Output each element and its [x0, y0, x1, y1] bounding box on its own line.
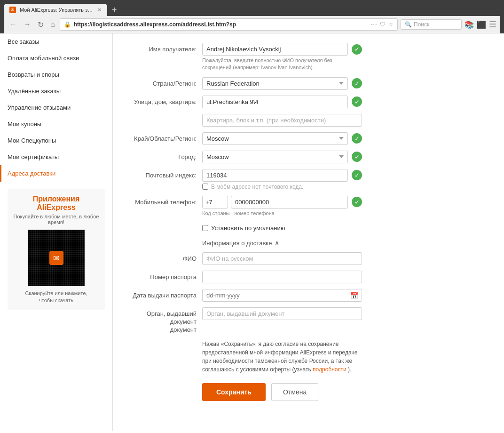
phone-row: Мобильный телефон: ✓ Код страны - номер … [127, 196, 490, 217]
default-checkbox-label: Установить по умолчанию [211, 225, 285, 232]
tab-close-button[interactable]: ✕ [97, 7, 102, 13]
passport-org-control [202, 307, 362, 320]
region-row: Край/Область/Регион: Moscow ✓ [127, 132, 490, 145]
name-ru-control [202, 252, 362, 265]
recipient-label: Имя получателя: [127, 43, 202, 53]
delivery-section-toggle[interactable]: Информация о доставке ∧ [202, 239, 490, 247]
phone-control: ✓ Код страны - номер телефона [202, 196, 362, 217]
sidebar-item-addresses[interactable]: Адреса доставки [0, 165, 112, 182]
recipient-input[interactable] [202, 43, 348, 56]
zip-input-row: ✓ [202, 169, 362, 182]
sidebar-promo: Приложения AliExpress Покупайте в любом … [8, 189, 105, 310]
passport-org-input[interactable] [202, 307, 362, 320]
apt-input[interactable] [202, 114, 362, 127]
city-select[interactable]: Moscow [202, 151, 348, 163]
search-placeholder: Поиск [414, 21, 429, 28]
country-row: Страна/Регион: Russian Federation ✓ [127, 77, 490, 90]
phone-label: Мобильный телефон: [127, 196, 202, 206]
phone-valid-icon: ✓ [352, 197, 362, 207]
home-button[interactable]: ⌂ [48, 19, 57, 30]
city-valid-icon: ✓ [352, 152, 362, 162]
url-domain: aliexpress.com [140, 21, 181, 28]
main-content: Имя получателя: ✓ Пожалуйста, введите по… [113, 33, 504, 431]
no-zip-checkbox[interactable] [202, 184, 208, 190]
date-input-wrap: 📅 [202, 289, 362, 302]
passport-input[interactable] [202, 271, 362, 283]
sidebar-item-certificates[interactable]: Мои сертификаты [0, 149, 112, 165]
tab-bar: Мой AliExpress: Управлять зак... ✕ + [4, 4, 500, 16]
consent-link[interactable]: подробности [313, 366, 346, 373]
sidebar-item-all-orders[interactable]: Все заказы [0, 33, 112, 50]
default-control: Установить по умолчанию [202, 223, 362, 232]
sidebar-item-reviews[interactable]: Управление отзывами [0, 99, 112, 116]
sidebar-item-special-coupons[interactable]: Мои Спецкупоны [0, 132, 112, 149]
search-icon: 🔍 [405, 21, 412, 28]
app-layout: Все заказы Оплата мобильной связи Возвра… [0, 33, 504, 431]
button-row: Сохранить Отмена [202, 383, 490, 401]
name-ru-label: ФИО [127, 252, 202, 262]
save-button[interactable]: Сохранить [202, 383, 266, 401]
more-icon[interactable]: ··· [371, 20, 377, 29]
forward-button[interactable]: → [22, 19, 33, 30]
url-display: https://ilogisticsaddress.aliexpress.com… [74, 21, 368, 28]
url-prefix: https://ilogisticsaddress. [74, 21, 140, 28]
passport-label: Номер паспорта [127, 271, 202, 281]
sidebar-item-coupons[interactable]: Мои купоны [0, 116, 112, 132]
lock-icon: 🔒 [64, 21, 71, 28]
search-bar[interactable]: 🔍 Поиск [401, 19, 462, 30]
street-row: Улица, дом, квартира: ✓ [127, 96, 490, 108]
sidebar-item-deleted[interactable]: Удалённые заказы [0, 83, 112, 99]
city-label: Город: [127, 151, 202, 160]
name-ru-row: ФИО [127, 252, 490, 265]
passport-org-label: Орган, выдавший документ документ [127, 307, 202, 334]
default-row: Установить по умолчанию [127, 223, 490, 232]
passport-date-input[interactable] [202, 289, 362, 302]
sidebar-item-returns[interactable]: Возвраты и споры [0, 66, 112, 83]
new-tab-button[interactable]: + [109, 5, 120, 15]
recipient-row: Имя получателя: ✓ Пожалуйста, введите по… [127, 43, 490, 72]
street-input[interactable] [202, 96, 348, 108]
star-icon[interactable]: ☆ [388, 21, 394, 28]
chevron-up-icon: ∧ [275, 239, 279, 247]
tab-title: Мой AliExpress: Управлять зак... [20, 7, 94, 13]
region-select[interactable]: Moscow [202, 132, 348, 145]
bookmarks-icon[interactable]: 📚 [465, 20, 474, 29]
region-control: Moscow ✓ [202, 132, 362, 145]
back-button[interactable]: ← [8, 19, 19, 30]
sidebar-item-mobile-pay[interactable]: Оплата мобильной связи [0, 50, 112, 66]
city-row: Город: Moscow ✓ [127, 151, 490, 163]
zip-row: Почтовый индекс: ✓ В моём адресе нет поч… [127, 169, 490, 190]
street-input-row: ✓ [202, 96, 362, 108]
active-tab[interactable]: Мой AliExpress: Управлять зак... ✕ [4, 4, 107, 16]
phone-number-input[interactable] [231, 196, 348, 208]
street-control: ✓ [202, 96, 362, 108]
phone-hint: Код страны - номер телефона [202, 210, 362, 217]
phone-input-row: ✓ [202, 196, 362, 208]
country-label: Страна/Регион: [127, 77, 202, 87]
zip-label: Почтовый индекс: [127, 169, 202, 179]
apt-row [127, 114, 490, 127]
sidebar-toggle-icon[interactable]: ⬛ [477, 20, 486, 29]
no-zip-label: В моём адресе нет почтового кода. [211, 184, 303, 190]
menu-icon[interactable]: ☰ [489, 19, 496, 30]
url-suffix: /addressList.htm?sp [181, 21, 236, 28]
zip-input[interactable] [202, 169, 348, 182]
phone-prefix-input[interactable] [202, 196, 228, 208]
country-control: Russian Federation ✓ [202, 77, 362, 90]
passport-control [202, 271, 362, 283]
address-bar[interactable]: 🔒 https://ilogisticsaddress.aliexpress.c… [60, 18, 398, 31]
city-input-row: Moscow ✓ [202, 151, 362, 163]
cancel-button[interactable]: Отмена [271, 383, 318, 401]
no-zip-row: В моём адресе нет почтового кода. [202, 184, 362, 190]
default-checkbox[interactable] [202, 225, 208, 231]
promo-title: Приложения AliExpress [13, 195, 99, 212]
name-ru-input[interactable] [202, 252, 362, 265]
bookmark-icon[interactable]: 🛡 [380, 21, 386, 28]
city-control: Moscow ✓ [202, 151, 362, 163]
qr-code[interactable]: ✉ [28, 230, 85, 286]
recipient-control: ✓ Пожалуйста, введите полностью ФИО полу… [202, 43, 362, 72]
region-label: Край/Область/Регион: [127, 132, 202, 142]
passport-date-label: Дата выдачи паспорта [127, 289, 202, 299]
refresh-button[interactable]: ↻ [36, 19, 46, 30]
country-select[interactable]: Russian Federation [202, 77, 348, 90]
